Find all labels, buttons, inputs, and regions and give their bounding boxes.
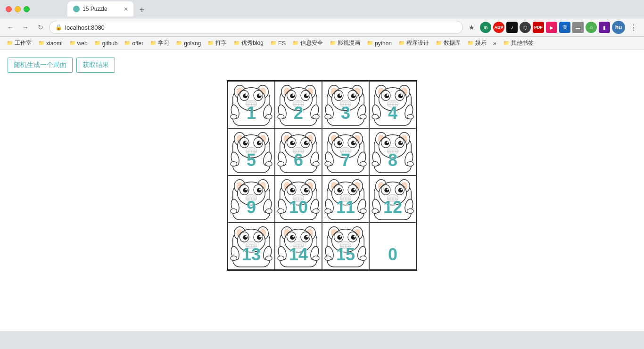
cell-number-15: 15 [336,245,355,265]
bookmark-label: 其他书签 [511,39,534,47]
bookmark-程序设计[interactable]: 📁 程序设计 [396,38,432,48]
folder-icon: 📁 [207,40,214,46]
puzzle-cell-2[interactable]: 3 [322,81,369,128]
folder-icon: 📁 [38,40,45,46]
bookmark-golang[interactable]: 📁 golang [173,39,204,48]
svg-point-104 [265,162,272,166]
bookmark-影视漫画[interactable]: 📁 影视漫画 [327,38,363,48]
svg-point-282 [304,235,309,240]
puzzle-cell-12[interactable]: 13 [228,223,275,270]
extension-icon-abp[interactable]: ABP [493,22,504,33]
svg-point-176 [243,188,248,192]
new-tab-button[interactable]: + [135,3,149,17]
tab-favicon [73,6,80,12]
bookmark-star-button[interactable]: ★ [465,21,478,34]
svg-point-208 [278,209,284,214]
svg-point-83 [407,115,413,119]
bookmark-xiaomi[interactable]: 📁 xiaomi [35,39,66,48]
svg-point-250 [372,209,379,214]
puzzle-cell-0[interactable]: 1 [228,81,275,128]
url-text: localhost:8080 [65,24,105,31]
puzzle-cell-5[interactable]: 6 [275,128,322,175]
bookmark-github[interactable]: 📁 github [91,39,121,48]
svg-point-53 [354,94,355,96]
bookmark-label: 打字 [215,39,227,47]
extension-icon-8[interactable]: ▬ [572,22,584,33]
bookmark-数据库[interactable]: 📁 数据库 [433,38,463,48]
bookmark-label: 信息安全 [300,39,323,47]
puzzle-cell-1[interactable]: 2 [275,81,322,128]
reload-button[interactable]: ↻ [34,21,47,34]
extension-icon-music[interactable]: ♪ [506,22,518,33]
bookmarks-bar: 📁 工作室 📁 xiaomi 📁 web 📁 github 📁 offer 📁 … [0,37,644,50]
svg-point-82 [372,115,379,119]
bookmark-娱乐[interactable]: 📁 娱乐 [464,38,489,48]
svg-point-30 [304,93,309,98]
svg-point-116 [306,141,308,143]
puzzle-cell-13[interactable]: 14 [275,223,322,270]
extension-icon-1[interactable]: m [480,22,491,33]
folder-icon: 📁 [150,40,157,46]
folder-icon: 📁 [233,40,240,46]
bookmark-打字[interactable]: 📁 打字 [205,38,230,48]
svg-point-313 [325,256,331,261]
bookmark-学习[interactable]: 📁 学习 [147,38,172,48]
forward-button[interactable]: → [19,21,32,34]
puzzle-cell-6[interactable]: 7 [322,128,369,175]
bookmark-其他书签[interactable]: 📁 其他书签 [500,38,537,48]
bookmark-label: 数据库 [444,39,461,47]
puzzle-cell-11[interactable]: 12 [369,175,416,223]
extension-icon-10[interactable]: ▮ [599,22,610,33]
minimize-window-button[interactable] [15,6,21,12]
extension-icon-4[interactable]: ⬡ [520,22,531,33]
svg-point-200 [306,188,308,190]
puzzle-cell-9[interactable]: 10 [275,175,322,223]
svg-point-10 [245,94,247,96]
bookmark-more[interactable]: » [490,39,499,48]
cell-number-2: 2 [294,103,303,123]
puzzle-cell-7[interactable]: 8 [369,128,416,175]
puzzle-cell-8[interactable]: 9 [228,175,275,223]
address-bar[interactable]: 🔒 localhost:8080 [49,21,463,34]
profile-avatar[interactable]: hu [612,21,625,34]
get-result-button[interactable]: 获取结果 [76,58,115,73]
bookmark-label: 娱乐 [475,39,487,47]
bookmark-信息安全[interactable]: 📁 信息安全 [289,38,326,48]
extension-icon-6[interactable]: ▶ [546,22,557,33]
svg-point-263 [259,235,261,237]
bookmark-优秀blog[interactable]: 📁 优秀blog [231,38,266,48]
tab-close-button[interactable]: × [124,5,128,13]
svg-point-20 [265,115,272,119]
extension-icon-9[interactable]: ☺ [586,22,597,33]
extension-icon-pdf[interactable]: PDF [533,22,544,33]
folder-icon: 📁 [270,40,277,46]
close-window-button[interactable] [6,6,12,12]
svg-point-198 [304,188,309,192]
bookmark-web[interactable]: 📁 web [66,39,91,48]
bookmark-label: xiaomi [46,40,63,47]
back-button[interactable]: ← [4,21,17,34]
extension-icon-comic[interactable]: 漫 [559,22,570,33]
more-options-button[interactable]: ⋮ [627,21,640,34]
bookmark-工作室[interactable]: 📁 工作室 [4,38,34,48]
bookmark-ES[interactable]: 📁 ES [267,39,289,48]
svg-point-283 [292,235,294,237]
puzzle-cell-4[interactable]: 5 [228,128,275,175]
puzzle-cell-10[interactable]: 11 [322,175,369,223]
puzzle-cell-14[interactable]: 15 [322,223,369,270]
maximize-window-button[interactable] [24,6,30,12]
svg-point-145 [325,162,331,166]
cell-number-7: 7 [341,150,350,170]
svg-point-179 [259,188,261,190]
svg-point-218 [337,188,342,192]
svg-point-305 [354,235,355,237]
svg-point-281 [290,235,295,240]
bookmark-python[interactable]: 📁 python [364,39,395,48]
svg-point-241 [387,188,388,190]
active-tab[interactable]: 15 Puzzle × [67,1,133,17]
bookmark-offer[interactable]: 📁 offer [121,39,146,48]
puzzle-cell-3[interactable]: 4 [369,81,416,128]
svg-point-303 [351,235,356,240]
puzzle-cell-15[interactable]: 0 [369,223,416,270]
random-layout-button[interactable]: 随机生成一个局面 [8,58,73,73]
